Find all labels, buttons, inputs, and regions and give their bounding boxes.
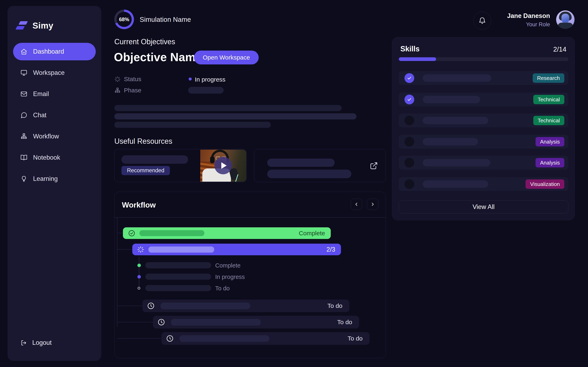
- sidebar-item-chat[interactable]: Chat: [13, 106, 96, 124]
- description-placeholder-line: [114, 113, 356, 119]
- skills-progress-fill: [399, 57, 436, 61]
- resource-subtitle-placeholder: [267, 170, 351, 178]
- spinner-icon: [114, 76, 121, 82]
- skill-category-badge: Technical: [533, 116, 564, 125]
- sidebar-item-label: Workflow: [33, 133, 59, 140]
- description-placeholder-line: [114, 122, 271, 128]
- task-status: To do: [348, 335, 363, 342]
- task-title-placeholder: [180, 335, 269, 342]
- sidebar-item-learning[interactable]: Learning: [13, 170, 96, 188]
- chat-bubble-icon: [20, 112, 27, 119]
- skill-row[interactable]: Technical: [399, 114, 568, 127]
- substep-connector-line: [139, 257, 139, 289]
- current-objectives-label: Current Objectives: [114, 38, 175, 46]
- home-icon: [20, 48, 27, 55]
- user-info: Jane Daneson Your Role: [490, 12, 550, 28]
- skill-row[interactable]: Analysis: [399, 156, 568, 170]
- task-status: To do: [328, 302, 342, 309]
- sidebar-item-dashboard[interactable]: Dashboard: [13, 43, 96, 60]
- avatar[interactable]: [556, 10, 575, 29]
- sidebar: Simy Dashboard Workspace Email Chat Work…: [8, 6, 101, 361]
- skill-check-circle: [405, 116, 414, 125]
- recommended-badge: Recommended: [121, 166, 170, 175]
- spinner-icon: [137, 246, 144, 253]
- resource-card-recommended[interactable]: Recommended: [114, 149, 247, 182]
- resource-title-placeholder: [267, 159, 335, 167]
- app-root: Simy Dashboard Workspace Email Chat Work…: [0, 0, 588, 367]
- sidebar-item-workflow[interactable]: Workflow: [13, 128, 96, 145]
- sidebar-item-label: Workspace: [33, 69, 65, 76]
- book-open-icon: [20, 154, 27, 161]
- substep-dot-in-progress: [138, 275, 141, 278]
- skill-row[interactable]: Analysis: [399, 135, 568, 149]
- skills-title: Skills: [400, 45, 420, 53]
- user-name: Jane Daneson: [490, 12, 550, 20]
- connector: [117, 233, 123, 233]
- monitor-icon: [20, 69, 27, 76]
- skill-category-badge: Technical: [533, 95, 564, 104]
- workflow-next-button[interactable]: [367, 199, 378, 210]
- stage-status: Complete: [299, 230, 325, 237]
- substep-status: In progress: [215, 274, 245, 280]
- workflow-task[interactable]: To do: [153, 316, 359, 328]
- skill-name-placeholder: [423, 75, 491, 82]
- substep-placeholder: [145, 274, 211, 280]
- open-workspace-button[interactable]: Open Workspace: [194, 50, 259, 64]
- play-button[interactable]: [214, 157, 232, 174]
- simulation-title: Simulation Name: [140, 16, 191, 24]
- workflow-stage-complete[interactable]: Complete: [123, 227, 331, 239]
- sidebar-item-notebook[interactable]: Notebook: [13, 149, 96, 166]
- external-link-icon[interactable]: [370, 162, 378, 170]
- bell-icon: [478, 17, 486, 25]
- skills-count: 2/14: [553, 45, 566, 53]
- skill-check-circle: [405, 73, 414, 83]
- substep-placeholder: [145, 285, 211, 291]
- view-all-button[interactable]: View All: [399, 200, 568, 213]
- task-status: To do: [337, 319, 352, 325]
- app-name: Simy: [33, 21, 53, 31]
- skill-row[interactable]: Technical: [399, 92, 568, 106]
- skill-category-badge: Analysis: [536, 158, 564, 167]
- sidebar-item-workspace[interactable]: Workspace: [13, 64, 96, 82]
- skill-check-circle: [405, 158, 414, 167]
- logout-button[interactable]: Logout: [20, 339, 52, 346]
- connector: [117, 322, 153, 322]
- workflow-connector-line: [117, 217, 117, 327]
- skill-row[interactable]: Research: [399, 71, 568, 85]
- skill-row[interactable]: Visualization: [399, 177, 568, 191]
- phase-value-placeholder: [188, 87, 224, 94]
- substep-status: To do: [215, 285, 230, 292]
- skill-name-placeholder: [423, 180, 488, 188]
- skill-name-placeholder: [423, 159, 490, 166]
- substep-dot-complete: [138, 264, 141, 267]
- skill-name-placeholder: [423, 138, 478, 145]
- skills-progress-bar: [399, 57, 568, 61]
- task-title-placeholder: [171, 319, 261, 325]
- sitemap-icon: [20, 133, 27, 140]
- substep-status: Complete: [215, 262, 241, 269]
- skill-category-badge: Research: [533, 73, 564, 83]
- substep-dot-todo: [138, 287, 140, 290]
- check-circle-icon: [128, 230, 135, 237]
- phase-label-row: Phase: [114, 87, 141, 94]
- substep-placeholder: [145, 262, 211, 268]
- sidebar-item-email[interactable]: Email: [13, 85, 96, 103]
- objective-name: Objective Name: [114, 50, 202, 64]
- stage-progress: 2/3: [327, 246, 335, 253]
- resource-card-link[interactable]: [254, 149, 386, 182]
- notifications-button[interactable]: [473, 12, 491, 30]
- sidebar-item-label: Chat: [33, 111, 46, 119]
- clock-icon: [166, 334, 174, 342]
- workflow-stage-in-progress[interactable]: 2/3: [132, 244, 341, 255]
- clock-icon: [157, 318, 165, 326]
- status-value: In progress: [195, 76, 225, 83]
- workflow-task[interactable]: To do: [143, 300, 349, 312]
- task-title-placeholder: [160, 303, 250, 309]
- skills-panel: Skills 2/14 Research Technical Technical…: [392, 37, 575, 220]
- workflow-task[interactable]: To do: [162, 332, 370, 345]
- resource-title-placeholder: [121, 155, 188, 164]
- workflow-prev-button[interactable]: [351, 199, 362, 210]
- connector: [117, 338, 162, 339]
- check-icon: [407, 97, 412, 102]
- workflow-title: Workflow: [122, 201, 156, 209]
